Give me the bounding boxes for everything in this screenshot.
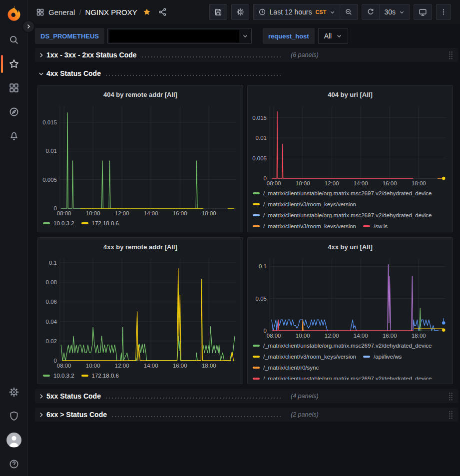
time-controls-group: Last 12 hours CST [253, 4, 358, 20]
row-title[interactable]: 1xx - 3xx - 2xx Status Code [46, 51, 137, 59]
legend-item[interactable]: /_matrix/client/unstable/org.matrix.msc2… [253, 189, 432, 197]
sidebar-item-alerting[interactable] [0, 124, 28, 148]
sidebar-item-starred[interactable] [0, 52, 28, 76]
row-drag-handle[interactable] [449, 51, 453, 59]
top-navbar: General / NGINX PROXY [28, 0, 460, 24]
legend-series-color-dash [253, 192, 260, 194]
sidebar-item-dashboards[interactable] [0, 76, 28, 100]
sidebar-item-profile[interactable] [0, 428, 28, 452]
legend-series-color-dash [253, 203, 260, 205]
legend-series-label: /api/live/ws [374, 354, 402, 360]
sidebar-item-search[interactable] [0, 28, 28, 52]
request-host-variable-label[interactable]: request_host [263, 28, 315, 44]
kebab-menu-icon [440, 8, 448, 16]
svg-text:0: 0 [54, 205, 57, 211]
legend-item[interactable]: 10.0.3.2 [43, 372, 74, 380]
zoom-out-button[interactable] [340, 4, 358, 20]
refresh-button[interactable] [362, 4, 380, 20]
breadcrumb: General / NGINX PROXY [36, 7, 167, 16]
row-drag-handle[interactable] [449, 411, 453, 419]
sidebar-item-help[interactable] [0, 452, 28, 476]
sidebar-item-explore[interactable] [0, 100, 28, 124]
legend-series-label: /_matrix/client/v3/room_keys/version [263, 354, 356, 360]
dashboard-scroll-area: 1xx - 3xx - 2xx Status Code (6 panels) 4… [28, 48, 460, 476]
sidebar-expand-button[interactable] [22, 20, 35, 33]
legend-item[interactable]: /_matrix/client/v3/room_keys/version [253, 200, 356, 208]
svg-text:0: 0 [264, 175, 267, 181]
chart-legend: 10.0.3.2172.18.0.6 [42, 219, 239, 228]
svg-text:0.01: 0.01 [46, 148, 57, 154]
row-drag-handle[interactable] [449, 392, 453, 401]
time-range-picker[interactable]: Last 12 hours CST [253, 4, 341, 20]
avatar [6, 433, 21, 448]
svg-text:12:00: 12:00 [325, 333, 339, 339]
svg-text:10:00: 10:00 [86, 210, 100, 216]
svg-text:0.08: 0.08 [46, 279, 57, 285]
legend-series-label: /_matrix/client/unstable/org.matrix.msc2… [263, 212, 432, 218]
timeseries-chart[interactable]: 08:0010:0012:0014:0016:0018:0000.0050.01… [42, 102, 239, 217]
breadcrumb-separator: / [79, 8, 81, 16]
legend-series-label: /_matrix/client/unstable/org.matrix.msc2… [263, 190, 432, 196]
row-title[interactable]: 6xx > Status Code [46, 411, 107, 419]
legend-item[interactable]: /api/live/ws [363, 353, 402, 361]
legend-item[interactable]: /sw.js [363, 222, 388, 228]
dashboard-title[interactable]: NGINX PROXY [85, 8, 137, 16]
dashboards-grid-icon [8, 82, 19, 93]
legend-item[interactable]: /_matrix/client/unstable/org.matrix.msc2… [253, 211, 432, 219]
cycle-view-mode-button[interactable] [414, 4, 432, 20]
favorite-star-icon[interactable] [142, 7, 151, 16]
svg-text:0.005: 0.005 [42, 177, 57, 183]
row-left: 6xx > Status Code [38, 411, 284, 419]
chevron-right-icon [38, 52, 44, 58]
search-icon [8, 34, 19, 45]
timeseries-chart[interactable]: 08:0010:0012:0014:0016:0018:0000.050.1 [252, 255, 449, 340]
svg-text:0: 0 [54, 358, 57, 364]
legend-item[interactable]: /_matrix/client/v3/room_keys/version [253, 222, 356, 228]
svg-text:16:00: 16:00 [383, 333, 397, 339]
svg-text:18:00: 18:00 [412, 333, 426, 339]
breadcrumb-section[interactable]: General [48, 8, 75, 16]
dashboard-settings-button[interactable] [231, 4, 249, 20]
legend-item[interactable]: /_matrix/client/unstable/org.matrix.msc2… [253, 375, 432, 380]
chart-legend: /_matrix/client/unstable/org.matrix.msc2… [252, 189, 449, 228]
chart-legend: /_matrix/client/unstable/org.matrix.msc2… [252, 342, 449, 380]
legend-item[interactable]: /_matrix/client/unstable/org.matrix.msc2… [253, 342, 432, 350]
save-dashboard-button[interactable] [209, 4, 227, 20]
row-header-4xx[interactable]: 4xx Status Code [35, 66, 458, 80]
legend-series-color-dash [363, 225, 370, 227]
time-range-label: Last 12 hours [270, 8, 312, 16]
more-options-button[interactable] [436, 4, 451, 20]
svg-text:0.06: 0.06 [46, 299, 57, 305]
sidebar-item-settings[interactable] [0, 380, 28, 404]
timeseries-chart[interactable]: 08:0010:0012:0014:0016:0018:0000.0050.01… [252, 102, 449, 187]
panel-title[interactable]: 404 by remote addr [All] [42, 89, 239, 102]
row-title[interactable]: 4xx Status Code [46, 69, 101, 77]
svg-text:0.01: 0.01 [256, 135, 267, 141]
row-header-5xx[interactable]: 5xx Status Code (4 panels) [35, 389, 458, 403]
row-header-6xx[interactable]: 6xx > Status Code (2 panels) [35, 408, 458, 422]
row-header-1xx-3xx-2xx[interactable]: 1xx - 3xx - 2xx Status Code (6 panels) [35, 48, 458, 62]
timeseries-chart[interactable]: 08:0010:0012:0014:0016:0018:0000.020.040… [42, 255, 239, 370]
panel-title[interactable]: 404 by uri [All] [252, 89, 449, 102]
datasource-variable-select[interactable] [107, 28, 252, 44]
refresh-interval-picker[interactable]: 30s [380, 4, 410, 20]
legend-item[interactable]: 10.0.3.2 [43, 219, 74, 227]
chevron-down-icon [336, 33, 342, 39]
sidebar-item-server-admin[interactable] [0, 404, 28, 428]
legend-series-color-dash [253, 225, 260, 227]
row-dotted-filler [106, 398, 281, 399]
panel-title[interactable]: 4xx by uri [All] [252, 242, 449, 255]
row-title[interactable]: 5xx Status Code [46, 392, 101, 400]
legend-item[interactable]: /_matrix/client/r0/sync [253, 364, 319, 372]
row-left: 4xx Status Code [38, 69, 284, 77]
legend-series-color-dash [253, 367, 260, 369]
gear-icon [236, 8, 244, 16]
legend-item[interactable]: /_matrix/client/v3/room_keys/version [253, 353, 356, 361]
datasource-variable-label[interactable]: DS_PROMETHEUS [35, 28, 104, 44]
legend-item[interactable]: 172.18.0.6 [81, 372, 119, 380]
request-host-variable-group: request_host All [263, 28, 348, 44]
share-icon[interactable] [158, 7, 167, 16]
request-host-variable-select[interactable]: All [318, 28, 349, 44]
legend-item[interactable]: 172.18.0.6 [81, 219, 119, 227]
panel-title[interactable]: 4xx by remote addr [All] [42, 242, 239, 255]
